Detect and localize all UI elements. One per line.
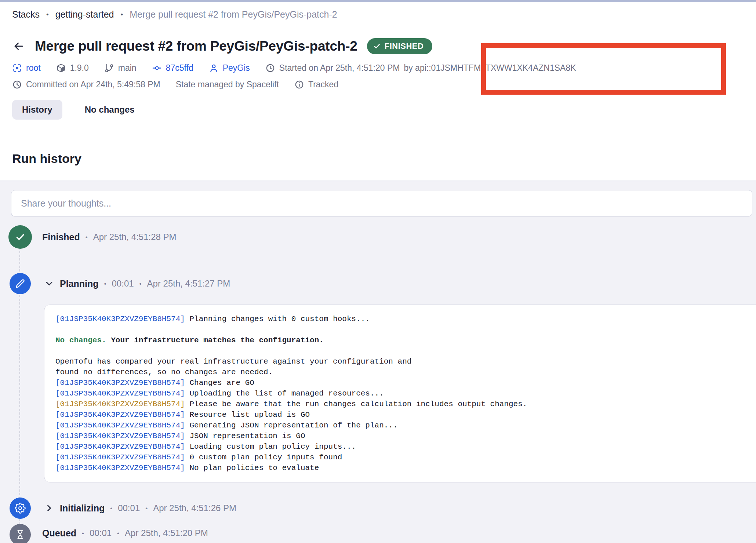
triggered-by-label: by api::01JSMHTFM9TXWW1XK4AZN1SA8K (404, 63, 576, 73)
tracked-label: Tracked (308, 80, 338, 90)
breadcrumb-separator: • (46, 11, 49, 18)
committer-name: PeyGis (223, 63, 250, 73)
dot-separator: • (86, 234, 88, 240)
comment-input[interactable] (11, 190, 752, 216)
space-link[interactable]: root (12, 63, 41, 73)
breadcrumb: Stacks • getting-started • Merge pull re… (0, 2, 756, 27)
cube-icon (56, 63, 66, 73)
dot-separator: • (82, 530, 84, 536)
planning-label: Planning (60, 278, 99, 289)
committed-item: Committed on Apr 24th, 5:49:58 PM (12, 80, 160, 90)
console-line: [01JSP35K40K3PZXVZ9EYB8H574] Resource li… (55, 409, 756, 420)
planning-step-row[interactable]: Planning • 00:01 • Apr 25th, 4:51:27 PM (44, 277, 230, 290)
commit-link[interactable]: 87c5ffd (152, 63, 193, 73)
console-line: [01JSP35K40K3PZXVZ9EYB8H574] No plan pol… (55, 463, 756, 473)
console-line: [01JSP35K40K3PZXVZ9EYB8H574] Uploading t… (55, 388, 756, 399)
console-line: OpenTofu has compared your real infrastr… (55, 356, 756, 367)
dot-separator: • (110, 505, 112, 511)
console-line: found no differences, so no changes are … (55, 367, 756, 378)
started-item: Started on Apr 25th, 4:51:20 PM by api::… (265, 63, 576, 73)
queued-time: Apr 25th, 4:51:20 PM (125, 528, 208, 538)
finished-step-row: Finished • Apr 25th, 4:51:28 PM (42, 230, 177, 244)
console-line: [01JSP35K40K3PZXVZ9EYB8H574] Please be a… (55, 399, 756, 409)
queued-label: Queued (42, 528, 76, 539)
console-line: [01JSP35K40K3PZXVZ9EYB8H574] Planning ch… (55, 314, 756, 324)
planning-time: Apr 25th, 4:51:27 PM (147, 278, 230, 289)
branch-item: main (104, 63, 137, 73)
user-icon (209, 63, 219, 73)
console-log[interactable]: [01JSP35K40K3PZXVZ9EYB8H574] Planning ch… (44, 305, 756, 482)
info-icon (294, 80, 304, 90)
run-meta-row-1: root 1.9.0 main 87c5ffd PeyGis Started o… (12, 63, 744, 73)
commit-sha: 87c5ffd (166, 63, 193, 73)
initializing-step-icon (10, 498, 31, 519)
initializing-label: Initializing (60, 503, 105, 514)
started-label: Started on Apr 25th, 4:51:20 PM (279, 63, 400, 73)
finished-label: Finished (42, 232, 80, 243)
space-name: root (26, 63, 41, 73)
console-line: [01JSP35K40K3PZXVZ9EYB8H574] Generating … (55, 420, 756, 431)
queued-duration: 00:01 (90, 528, 112, 538)
check-icon (373, 42, 381, 50)
tab-history[interactable]: History (12, 100, 62, 120)
console-line (55, 346, 756, 356)
version-label: 1.9.0 (70, 63, 89, 73)
console-line (55, 324, 756, 335)
chevron-right-icon (44, 503, 54, 513)
console-line: No changes. Your infrastructure matches … (55, 335, 756, 346)
run-meta-row-2: Committed on Apr 24th, 5:49:58 PM State … (12, 80, 744, 90)
committed-label: Committed on Apr 24th, 5:49:58 PM (26, 80, 160, 90)
back-arrow-icon[interactable] (12, 40, 25, 53)
dot-separator: • (104, 281, 106, 287)
queued-step-row: Queued • 00:01 • Apr 25th, 4:51:20 PM (42, 526, 208, 540)
initializing-time: Apr 25th, 4:51:26 PM (153, 503, 236, 513)
queued-step-icon (10, 524, 31, 543)
tab-no-changes[interactable]: No changes (75, 100, 145, 120)
finished-step-icon (8, 225, 32, 249)
git-branch-icon (104, 63, 114, 73)
breadcrumb-separator: • (121, 11, 123, 18)
breadcrumb-stack-name[interactable]: getting-started (55, 9, 114, 20)
chevron-down-icon (44, 278, 54, 289)
clock-icon (12, 80, 22, 90)
git-commit-icon (152, 63, 162, 73)
breadcrumb-stacks[interactable]: Stacks (12, 9, 40, 20)
page-title: Merge pull request #2 from PeyGis/PeyGis… (35, 39, 357, 54)
finished-time: Apr 25th, 4:51:28 PM (93, 232, 177, 242)
status-badge: FINISHED (367, 38, 433, 54)
state-managed-item: State managed by Spacelift (176, 80, 279, 90)
console-line: [01JSP35K40K3PZXVZ9EYB8H574] Changes are… (55, 378, 756, 388)
status-badge-label: FINISHED (385, 41, 424, 51)
dot-separator: • (145, 505, 148, 511)
console-line: [01JSP35K40K3PZXVZ9EYB8H574] Loading cus… (55, 441, 756, 452)
planning-duration: 00:01 (112, 278, 134, 289)
dot-separator: • (139, 281, 142, 287)
space-scan-icon (12, 63, 22, 73)
hourglass-icon (15, 529, 25, 540)
dot-separator: • (117, 530, 119, 536)
console-line: [01JSP35K40K3PZXVZ9EYB8H574] 0 custom pl… (55, 452, 756, 463)
branch-label: main (118, 63, 137, 73)
initializing-step-row[interactable]: Initializing • 00:01 • Apr 25th, 4:51:26… (44, 502, 236, 515)
committer-link[interactable]: PeyGis (209, 63, 250, 73)
version-item: 1.9.0 (56, 63, 89, 73)
gear-icon (15, 503, 26, 514)
clock-icon (265, 63, 275, 73)
console-line: [01JSP35K40K3PZXVZ9EYB8H574] JSON repres… (55, 431, 756, 441)
run-header: Merge pull request #2 from PeyGis/PeyGis… (0, 27, 756, 136)
tracked-item: Tracked (294, 80, 338, 90)
state-managed-label: State managed by Spacelift (176, 80, 279, 90)
initializing-duration: 00:01 (118, 503, 140, 513)
breadcrumb-run-title: Merge pull request #2 from PeyGis/PeyGis… (130, 9, 337, 20)
run-history-section: Finished • Apr 25th, 4:51:28 PM Planning… (0, 181, 756, 543)
pencil-icon (15, 278, 25, 289)
run-tabs: History No changes (12, 100, 744, 120)
planning-step-icon (10, 273, 31, 294)
check-icon (15, 232, 26, 243)
run-history-band: Run history (0, 136, 756, 181)
run-history-title: Run history (12, 152, 81, 166)
